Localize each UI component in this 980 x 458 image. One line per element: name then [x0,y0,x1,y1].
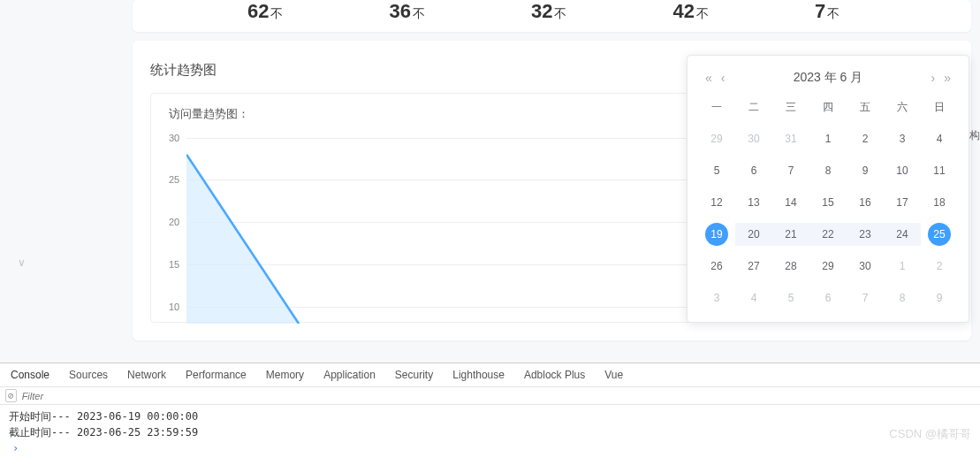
calendar-day[interactable]: 22 [809,223,847,246]
weekday-header: 日 [921,95,958,120]
calendar-day[interactable]: 11 [928,159,951,182]
calendar-day[interactable]: 13 [742,191,765,214]
calendar-day[interactable]: 7 [854,286,877,309]
devtools-tab-application[interactable]: Application [323,367,376,383]
stat-value: 7 [815,0,825,22]
calendar-day[interactable]: 2 [928,255,951,278]
calendar-day[interactable]: 17 [891,191,914,214]
calendar-day[interactable]: 12 [705,191,728,214]
calendar-day[interactable]: 24 [884,223,921,246]
devtools-tab-performance[interactable]: Performance [186,367,247,383]
calendar-day[interactable]: 20 [735,223,772,246]
stat-value: 36 [389,0,410,22]
console-filter-input[interactable] [22,391,975,401]
weekday-header: 六 [884,95,921,120]
devtools-tab-network[interactable]: Network [127,367,166,383]
stat-item: 7不 [815,0,839,23]
stat-item: 36不 [389,0,424,23]
datepicker-title: 2023 年 6 月 [794,70,863,86]
next-month-icon[interactable]: › [931,71,936,85]
calendar-day[interactable]: 1 [817,127,839,150]
calendar-day[interactable]: 15 [817,191,839,214]
weekday-header: 二 [735,95,772,120]
calendar-day[interactable]: 3 [891,127,914,150]
prev-month-icon[interactable]: ‹ [721,71,726,85]
calendar-day[interactable]: 30 [854,255,877,278]
console-log-line: 开始时间--- 2023-06-19 00:00:00 [9,408,971,424]
stat-unit: 不 [554,6,566,20]
calendar-day[interactable]: 26 [705,255,728,278]
y-tick: 10 [169,302,179,312]
panel-title: 统计趋势图 [150,62,217,79]
y-tick: 20 [169,217,179,227]
stat-item: 32不 [531,0,566,23]
y-tick: 15 [169,259,179,270]
date-picker-popup: « ‹ 2023 年 6 月 › » 一二三四五六日29303112345678… [687,55,969,323]
calendar-day[interactable]: 9 [854,159,877,182]
calendar-day[interactable]: 23 [847,223,884,246]
y-tick: 30 [169,133,179,143]
calendar-day[interactable]: 7 [779,159,802,182]
weekday-header: 三 [772,95,809,120]
calendar-day[interactable]: 30 [742,127,765,150]
devtools-tab-adblock-plus[interactable]: Adblock Plus [524,367,585,383]
watermark: CSDN @橘哥哥 [889,426,971,442]
calendar-day[interactable]: 25 [928,223,951,246]
calendar-day[interactable]: 4 [928,127,951,150]
calendar-day[interactable]: 27 [742,255,765,278]
calendar-day[interactable]: 2 [854,127,877,150]
calendar-day[interactable]: 6 [817,286,839,309]
devtools-tab-sources[interactable]: Sources [69,367,108,383]
devtools-tab-lighthouse[interactable]: Lighthouse [452,367,505,383]
weekday-header: 四 [809,95,847,120]
stat-unit: 不 [696,6,709,20]
stat-unit: 不 [413,6,425,20]
devtools-panel: ConsoleSourcesNetworkPerformanceMemoryAp… [0,363,980,458]
console-prompt[interactable]: › [9,440,971,456]
calendar-day[interactable]: 18 [928,191,951,214]
console-log-line: 截止时间--- 2023-06-25 23:59:59 [9,424,971,440]
devtools-tab-memory[interactable]: Memory [266,367,304,383]
clear-console-icon[interactable]: ⊘ [5,389,17,402]
calendar-day[interactable]: 14 [779,191,802,214]
weekday-header: 五 [847,95,884,120]
calendar-day[interactable]: 9 [928,286,951,309]
calendar-day[interactable]: 4 [742,286,765,309]
calendar-day[interactable]: 6 [742,159,765,182]
stats-card: 62不36不32不42不7不 [133,0,971,32]
stat-value: 42 [672,0,694,22]
calendar-day[interactable]: 1 [891,255,914,278]
devtools-tab-security[interactable]: Security [395,367,433,383]
next-year-icon[interactable]: » [944,71,951,85]
calendar-day[interactable]: 21 [772,223,809,246]
calendar-day[interactable]: 10 [891,159,914,182]
calendar-day[interactable]: 29 [817,255,839,278]
calendar-day[interactable]: 19 [705,223,728,246]
weekday-header: 一 [698,95,735,120]
stat-unit: 不 [270,6,283,20]
y-tick: 25 [169,174,179,185]
devtools-tab-console[interactable]: Console [11,367,49,383]
stat-value: 62 [247,0,269,22]
calendar-day[interactable]: 16 [854,191,877,214]
prev-year-icon[interactable]: « [705,71,712,85]
stat-unit: 不 [827,6,839,20]
calendar-day[interactable]: 5 [705,159,728,182]
calendar-day[interactable]: 8 [817,159,839,182]
calendar-day[interactable]: 29 [705,127,728,150]
stat-value: 32 [531,0,552,22]
devtools-tab-vue[interactable]: Vue [604,367,623,383]
calendar-day[interactable]: 3 [705,286,728,309]
calendar-day[interactable]: 31 [779,127,802,150]
calendar-day[interactable]: 8 [891,286,914,309]
stat-item: 42不 [672,0,708,23]
stat-item: 62不 [247,0,283,23]
chevron-down-icon[interactable]: ∨ [18,256,26,269]
calendar-day[interactable]: 28 [779,255,802,278]
calendar-day[interactable]: 5 [779,286,802,309]
